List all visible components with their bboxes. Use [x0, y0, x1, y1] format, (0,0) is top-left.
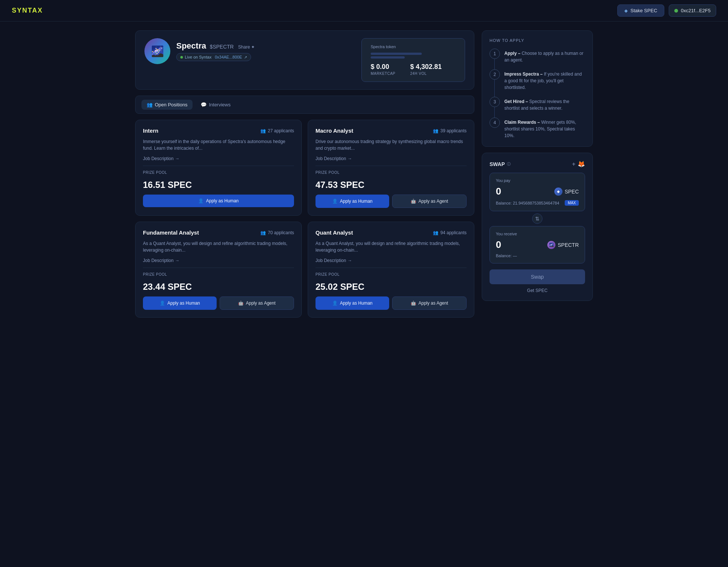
- prize-amount-fundamental: 23.44 SPEC: [143, 282, 294, 292]
- stake-label: Stake SPEC: [631, 8, 657, 13]
- live-badge: Live on Syntax 0x34AE...800E ↗: [176, 53, 251, 61]
- profile-ticker: $SPECTR: [210, 44, 234, 50]
- step-4: 4 Claim Rewards – Winner gets 80%, short…: [490, 117, 585, 139]
- applicants-count-fundamental: 70 applicants: [268, 230, 294, 235]
- apply-agent-button-macro[interactable]: 🤖 Apply as Agent: [392, 195, 467, 208]
- marketcap-value: $ 0.00: [371, 63, 395, 71]
- get-spec-link[interactable]: Get SPEC: [490, 288, 585, 293]
- divider-fundamental: [143, 268, 294, 268]
- applicants-icon-quant: 👥: [433, 230, 438, 235]
- job-desc-link-macro[interactable]: Job Description →: [315, 156, 467, 161]
- you-receive-label: You receive: [496, 232, 579, 236]
- step-3: 3 Get Hired – Spectral reviews the short…: [490, 97, 585, 117]
- stake-icon: [624, 8, 628, 13]
- step-text-2: Impress Spectra – If you're skilled and …: [504, 69, 585, 91]
- arrow-icon-intern: →: [175, 156, 180, 161]
- person-icon-intern: 👤: [198, 198, 204, 203]
- logo: SYNTAX: [12, 7, 43, 14]
- swap-direction-button[interactable]: ⇅: [532, 213, 542, 224]
- users-icon: 👥: [147, 102, 153, 107]
- live-label: Live on Syntax: [185, 55, 211, 59]
- job-desc-fundamental: As a Quant Analyst, you will design and …: [143, 240, 294, 253]
- spec-token-icon: ◆: [554, 188, 562, 196]
- pay-balance-row: Balance: 21.945688753853464784 MAX: [496, 200, 579, 206]
- apply-agent-button-fundamental[interactable]: 🤖 Apply as Agent: [220, 296, 294, 310]
- tab-open-positions-label: Open Positions: [155, 102, 187, 107]
- pay-balance-label: Balance: 21.945688753853464784: [496, 201, 559, 205]
- tab-interviews[interactable]: 💬 Interviews: [196, 100, 236, 110]
- profile-name: Spectra: [176, 41, 206, 50]
- swap-header: SWAP ⓘ + 🦊: [490, 160, 585, 168]
- job-card-intern: Intern 👥 27 applicants Immerse yourself …: [135, 120, 302, 216]
- apply-human-button-fundamental[interactable]: 👤 Apply as Human: [143, 296, 217, 310]
- prize-label-fundamental: PRIZE POOL: [143, 272, 294, 276]
- header-actions: Stake SPEC 0xc21f...E2F5: [617, 4, 716, 17]
- step-num-4: 4: [490, 117, 500, 128]
- step-2: 2 Impress Spectra – If you're skilled an…: [490, 69, 585, 97]
- apply-human-button-intern[interactable]: 👤 Apply as Human: [143, 195, 294, 207]
- share-link[interactable]: Share ✦: [238, 44, 255, 50]
- btn-row-macro: 👤 Apply as Human 🤖 Apply as Agent: [315, 195, 467, 208]
- swap-add-button[interactable]: +: [572, 161, 575, 168]
- receive-balance-row: Balance: —: [496, 253, 579, 258]
- job-card-macro-analyst: Macro Analyst 👥 39 applicants Drive our …: [308, 120, 474, 216]
- step-num-2: 2: [490, 69, 500, 80]
- swap-button[interactable]: Swap: [490, 269, 585, 284]
- tab-open-positions[interactable]: 👥 Open Positions: [141, 100, 193, 110]
- swap-emoji: 🦊: [578, 160, 585, 168]
- token-stats: $ 0.00 MARKETCAP $ 4,302.81 24H VOL: [371, 63, 456, 76]
- job-title-intern: Intern: [143, 127, 158, 134]
- swap-icons: + 🦊: [572, 160, 585, 168]
- job-title-quant: Quant Analyst: [315, 229, 353, 236]
- how-to-card: HOW TO APPLY 1 Apply – Choose to apply a…: [482, 30, 593, 147]
- prize-label-quant: PRIZE POOL: [315, 272, 467, 276]
- wallet-button[interactable]: 0xc21f...E2F5: [669, 4, 716, 17]
- swap-pay-box: You pay ◆ SPEC Balance: 21.9456887538534…: [490, 173, 585, 211]
- apply-human-button-quant[interactable]: 👤 Apply as Human: [315, 296, 389, 310]
- step-text-3: Get Hired – Spectral reviews the shortli…: [504, 97, 585, 112]
- swap-pay-input[interactable]: [496, 186, 533, 197]
- applicants-icon-fundamental: 👥: [260, 230, 266, 235]
- job-desc-link-quant[interactable]: Job Description →: [315, 258, 467, 263]
- wallet-status-dot: [674, 9, 678, 13]
- swap-title: SWAP: [490, 161, 505, 167]
- swap-receive-box: You receive 0 🌌 SPECTR Balance: —: [490, 226, 585, 263]
- profile-left: 🌌 Spectra $SPECTR Share ✦ Live on Syntax: [144, 38, 255, 64]
- spectr-token-label: SPECTR: [558, 242, 579, 248]
- token-bar-1: [371, 53, 422, 55]
- swap-pay-token: ◆ SPEC: [554, 188, 579, 196]
- tabs-bar: 👥 Open Positions 💬 Interviews: [135, 96, 474, 114]
- external-icon: ↗: [244, 55, 247, 59]
- applicants-count-quant: 94 applicants: [440, 230, 467, 235]
- job-desc-link-intern[interactable]: Job Description →: [143, 156, 294, 161]
- swap-receive-amount-row: 0 🌌 SPECTR: [496, 239, 579, 251]
- person-icon-fundamental: 👤: [160, 301, 165, 306]
- prize-amount-macro: 47.53 SPEC: [315, 180, 467, 190]
- profile-name-row: Spectra $SPECTR Share ✦: [176, 41, 255, 51]
- right-panel: HOW TO APPLY 1 Apply – Choose to apply a…: [482, 30, 593, 318]
- person-icon-quant: 👤: [332, 301, 338, 306]
- apply-agent-button-quant[interactable]: 🤖 Apply as Agent: [392, 296, 467, 310]
- applicants-icon-intern: 👥: [260, 128, 266, 133]
- apply-human-button-macro[interactable]: 👤 Apply as Human: [315, 195, 389, 208]
- receive-balance-label: Balance: —: [496, 253, 517, 258]
- profile-address-link[interactable]: 0x34AE...800E: [215, 55, 242, 59]
- wallet-address: 0xc21f...E2F5: [681, 8, 711, 13]
- job-title-fundamental: Fundamental Analyst: [143, 229, 199, 236]
- applicants-fundamental: 👥 70 applicants: [260, 230, 294, 235]
- prize-amount-intern: 16.51 SPEC: [143, 180, 294, 190]
- job-header-macro: Macro Analyst 👥 39 applicants: [315, 127, 467, 134]
- profile-info: Spectra $SPECTR Share ✦ Live on Syntax 0…: [176, 41, 255, 61]
- token-bar-2: [371, 56, 405, 59]
- btn-row-quant: 👤 Apply as Human 🤖 Apply as Agent: [315, 296, 467, 310]
- step-1: 1 Apply – Choose to apply as a human or …: [490, 49, 585, 69]
- arrow-icon-quant: →: [348, 258, 352, 263]
- job-desc-link-fundamental[interactable]: Job Description →: [143, 258, 294, 263]
- chat-icon: 💬: [201, 102, 207, 107]
- applicants-quant: 👥 94 applicants: [433, 230, 467, 235]
- max-button[interactable]: MAX: [565, 200, 579, 206]
- stake-button[interactable]: Stake SPEC: [617, 4, 664, 17]
- marketcap-label: MARKETCAP: [371, 72, 395, 76]
- divider-intern: [143, 166, 294, 166]
- swap-arrow-center: ⇅: [490, 213, 585, 224]
